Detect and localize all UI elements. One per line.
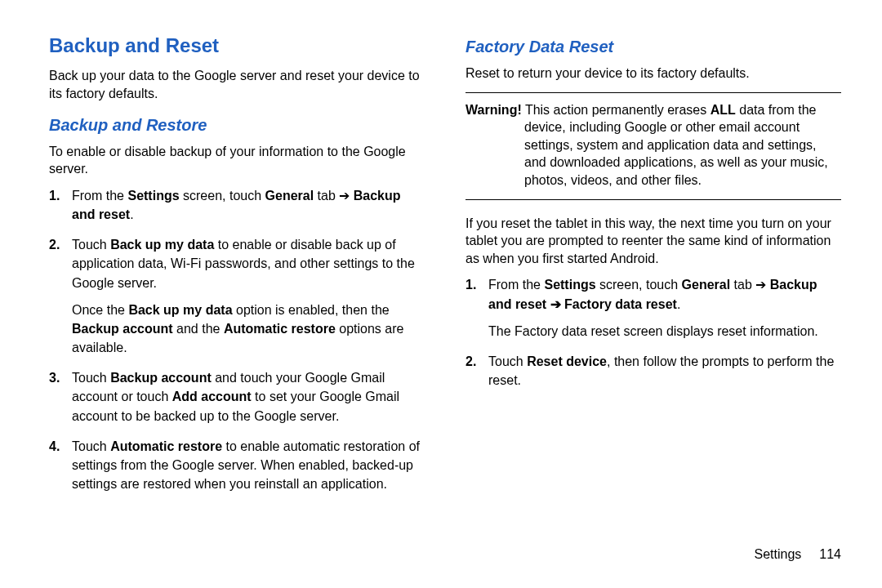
- step-text: screen, touch: [596, 278, 682, 292]
- arrow-icon: ➔: [755, 278, 766, 292]
- bold-general: General: [265, 189, 314, 203]
- step-text: and the: [173, 322, 224, 336]
- left-column: Backup and Reset Back up your data to th…: [49, 33, 425, 564]
- step-number: 2.: [49, 235, 60, 254]
- page-content: Backup and Reset Back up your data to th…: [49, 33, 841, 564]
- step-text: .: [130, 207, 133, 221]
- bold-add-account: Add account: [172, 390, 252, 403]
- step-number: 2.: [466, 352, 476, 371]
- step-1: 1. From the Settings screen, touch Gener…: [488, 275, 841, 341]
- step-2: 2. Touch Reset device, then follow the p…: [488, 352, 841, 390]
- step-subpara: Once the Back up my data option is enabl…: [72, 301, 425, 358]
- warning-body: Warning! This action permanently erases …: [466, 101, 841, 189]
- step-text: screen, touch: [180, 189, 265, 203]
- step-text: Touch: [72, 439, 110, 453]
- step-number: 3.: [49, 368, 60, 387]
- bold-general: General: [682, 278, 731, 292]
- bold-automatic-restore: Automatic restore: [110, 439, 222, 453]
- page-footer: Settings114: [754, 546, 841, 564]
- bold-factory-data-reset: Factory data reset: [561, 297, 677, 311]
- warning-text: This action permanently erases: [522, 103, 710, 117]
- after-reset-text: If you reset the tablet in this way, the…: [466, 215, 841, 268]
- sub-intro-left: To enable or disable backup of your info…: [49, 143, 425, 178]
- subheading-factory-data-reset: Factory Data Reset: [466, 36, 841, 58]
- subheading-backup-and-restore: Backup and Restore: [49, 114, 425, 136]
- bold-backup-account: Backup account: [72, 322, 173, 336]
- arrow-icon: ➔: [550, 297, 561, 311]
- steps-factory-reset: 1. From the Settings screen, touch Gener…: [466, 275, 841, 390]
- bold-backup-account: Backup account: [110, 371, 212, 385]
- step-text: From the: [72, 189, 127, 203]
- bold-reset-device: Reset device: [527, 354, 607, 368]
- step-text: Once the: [72, 303, 128, 317]
- bold-backup-my-data2: Back up my data: [128, 303, 232, 317]
- step-text: From the: [488, 278, 544, 292]
- right-column: Factory Data Reset Reset to return your …: [466, 33, 841, 564]
- footer-section: Settings: [754, 547, 801, 561]
- step-1: 1. From the Settings screen, touch Gener…: [72, 186, 425, 224]
- step-3: 3. Touch Backup account and touch your G…: [72, 368, 425, 425]
- step-number: 1.: [466, 275, 476, 294]
- step-text: .: [677, 297, 680, 311]
- bold-settings: Settings: [544, 278, 595, 292]
- step-text: Touch: [72, 371, 110, 385]
- heading-backup-and-reset: Backup and Reset: [49, 33, 425, 59]
- step-text: Touch: [72, 238, 110, 252]
- warning-label: Warning!: [466, 103, 522, 117]
- step-text: tab: [730, 278, 755, 292]
- step-4: 4. Touch Automatic restore to enable aut…: [72, 437, 425, 494]
- intro-right: Reset to return your device to its facto…: [466, 65, 841, 82]
- steps-backup-restore: 1. From the Settings screen, touch Gener…: [49, 186, 425, 494]
- step-text: Touch: [488, 354, 527, 368]
- arrow-icon: ➔: [339, 189, 350, 203]
- bold-backup-my-data: Back up my data: [110, 238, 214, 252]
- step-text: tab: [314, 189, 339, 203]
- step-subpara: The Factory data reset screen displays r…: [488, 322, 841, 341]
- step-2: 2. Touch Back up my data to enable or di…: [72, 235, 425, 357]
- step-text: option is enabled, then the: [233, 303, 390, 317]
- bold-all: ALL: [710, 103, 736, 117]
- footer-page-number: 114: [819, 547, 841, 561]
- step-number: 1.: [49, 186, 60, 205]
- bold-automatic-restore: Automatic restore: [224, 322, 336, 336]
- bold-settings: Settings: [127, 189, 179, 203]
- warning-box: Warning! This action permanently erases …: [466, 92, 841, 200]
- intro-left: Back up your data to the Google server a…: [49, 67, 425, 102]
- step-number: 4.: [49, 437, 60, 456]
